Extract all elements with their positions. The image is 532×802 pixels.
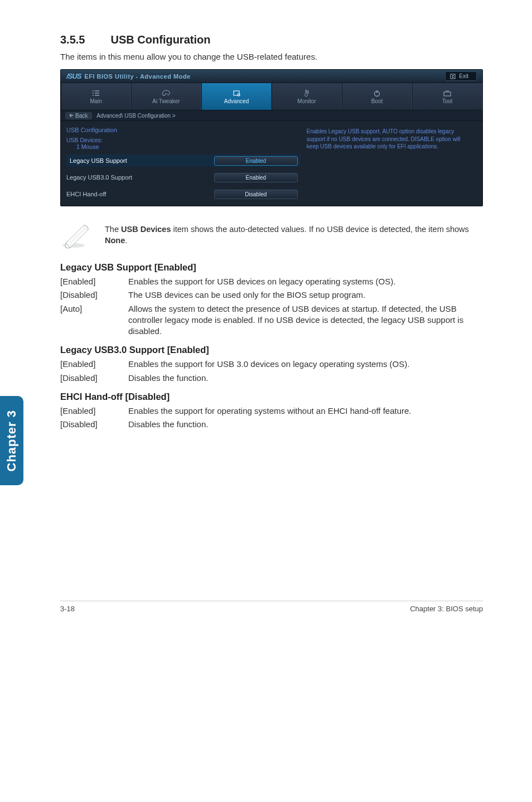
tab-monitor-label: Monitor xyxy=(297,98,316,104)
chip-icon xyxy=(231,89,241,97)
tab-ai-label: Ai Tweaker xyxy=(152,98,180,104)
tab-advanced-label: Advanced xyxy=(224,98,249,104)
tab-monitor[interactable]: Monitor xyxy=(272,83,342,110)
exit-icon xyxy=(450,74,456,79)
svg-rect-4 xyxy=(444,92,451,96)
opt-val: Disables the function. xyxy=(128,373,483,384)
usb-devices-block: USB Devices: 1 Mouse xyxy=(66,137,300,150)
section-heading: 3.5.5 USB Configuration xyxy=(60,33,483,46)
opt-legacy-enabled: [Enabled] Enables the support for USB de… xyxy=(60,276,483,287)
section-number: 3.5.5 xyxy=(60,33,108,46)
tab-main-label: Main xyxy=(90,98,102,104)
opt-key: [Disabled] xyxy=(60,373,128,384)
row-legacy-usb-value[interactable]: Enabled xyxy=(214,156,298,166)
page-number: 3-18 xyxy=(60,605,75,613)
note-bold1: USB Devices xyxy=(121,225,171,234)
row-legacy-usb30-label: Legacy USB3.0 Support xyxy=(66,174,214,181)
opt-val: The USB devices can be used only for the… xyxy=(128,289,483,301)
back-arrow-icon xyxy=(69,113,73,118)
thermometer-icon xyxy=(302,89,312,97)
row-ehci-value[interactable]: Disabled xyxy=(214,190,298,199)
intro-text: The items in this menu allow you to chan… xyxy=(60,52,483,61)
bios-panel: /SUS EFI BIOS Utility - Advanced Mode Ex… xyxy=(60,69,483,206)
palette-icon xyxy=(161,89,171,97)
footer-chapter: Chapter 3: BIOS setup xyxy=(410,605,483,613)
row-ehci-label: EHCI Hand-off xyxy=(66,191,214,197)
exit-button[interactable]: Exit xyxy=(445,71,477,81)
opt-val: Enables the support for operating system… xyxy=(128,405,483,417)
note-block: The USB Devices item shows the auto-dete… xyxy=(60,222,483,251)
back-button[interactable]: Back xyxy=(65,112,92,119)
tab-boot[interactable]: Boot xyxy=(342,83,412,110)
asus-logo: /SUS xyxy=(66,72,81,80)
opt-val: Enables the support for USB 3.0 devices … xyxy=(128,359,483,370)
opt-val: Allows the system to detect the presence… xyxy=(128,303,483,337)
tab-tool-label: Tool xyxy=(442,98,452,104)
heading-legacy-usb: Legacy USB Support [Enabled] xyxy=(60,262,483,273)
opt-legacy-disabled: [Disabled] The USB devices can be used o… xyxy=(60,289,483,301)
note-bold2: None xyxy=(105,236,125,245)
tab-ai-tweaker[interactable]: Ai Tweaker xyxy=(131,83,201,110)
heading-ehci: EHCI Hand-off [Disabled] xyxy=(60,392,483,402)
config-heading: USB Configuration xyxy=(66,127,300,133)
row-legacy-usb-label: Legacy USB Support xyxy=(66,157,214,164)
breadcrumb-path: Advanced\ USB Configuration > xyxy=(96,113,175,119)
opt-legacy-auto: [Auto] Allows the system to detect the p… xyxy=(60,303,483,337)
note-pen-icon xyxy=(60,222,91,251)
note-pre: The xyxy=(105,225,121,234)
page-footer: 3-18 Chapter 3: BIOS setup xyxy=(60,601,483,613)
bios-settings-pane: USB Configuration USB Devices: 1 Mouse L… xyxy=(66,127,300,200)
bios-title-text: EFI BIOS Utility - Advanced Mode xyxy=(84,73,190,80)
opt-key: [Enabled] xyxy=(60,359,128,370)
opt-key: [Disabled] xyxy=(60,289,128,301)
row-ehci-handoff[interactable]: EHCI Hand-off Disabled xyxy=(66,188,300,200)
power-icon xyxy=(372,89,382,97)
opt-key: [Disabled] xyxy=(60,419,128,430)
usb-devices-value: 1 Mouse xyxy=(76,143,300,150)
list-icon xyxy=(91,89,101,97)
opt-legacy30-enabled: [Enabled] Enables the support for USB 3.… xyxy=(60,359,483,370)
row-legacy-usb[interactable]: Legacy USB Support Enabled xyxy=(66,154,300,167)
back-label: Back xyxy=(75,113,88,119)
opt-val: Enables the support for USB devices on l… xyxy=(128,276,483,287)
note-text: The USB Devices item shows the auto-dete… xyxy=(105,222,483,246)
exit-label: Exit xyxy=(459,73,468,79)
opt-val: Disables the function. xyxy=(128,419,483,430)
opt-ehci-disabled: [Disabled] Disables the function. xyxy=(60,419,483,430)
opt-key: [Enabled] xyxy=(60,405,128,417)
bios-titlebar: /SUS EFI BIOS Utility - Advanced Mode Ex… xyxy=(61,70,482,83)
row-legacy-usb30[interactable]: Legacy USB3.0 Support Enabled xyxy=(66,171,300,183)
tab-main[interactable]: Main xyxy=(61,83,131,110)
note-post: . xyxy=(125,236,127,245)
side-chapter-label: Chapter 3 xyxy=(4,410,19,471)
side-chapter-tab: Chapter 3 xyxy=(0,396,23,485)
breadcrumb: Back Advanced\ USB Configuration > xyxy=(61,110,482,121)
opt-ehci-enabled: [Enabled] Enables the support for operat… xyxy=(60,405,483,417)
tab-tool[interactable]: Tool xyxy=(412,83,482,110)
opt-key: [Auto] xyxy=(60,303,128,337)
toolbox-icon xyxy=(442,89,452,97)
note-mid: item shows the auto-detected values. If … xyxy=(171,225,468,234)
row-legacy-usb30-value[interactable]: Enabled xyxy=(214,173,298,182)
section-title: USB Configuration xyxy=(111,33,211,46)
tab-advanced[interactable]: Advanced xyxy=(201,83,272,110)
bios-help-text: Enables Legacy USB support. AUTO option … xyxy=(307,128,461,149)
bios-tabs: Main Ai Tweaker Advanced Monitor xyxy=(61,83,482,110)
opt-legacy30-disabled: [Disabled] Disables the function. xyxy=(60,373,483,384)
usb-devices-label: USB Devices: xyxy=(66,137,103,143)
opt-key: [Enabled] xyxy=(60,276,128,287)
bios-logo-area: /SUS EFI BIOS Utility - Advanced Mode xyxy=(66,72,191,80)
tab-boot-label: Boot xyxy=(371,98,383,104)
heading-legacy-usb30: Legacy USB3.0 Support [Enabled] xyxy=(60,345,483,355)
bios-help-pane: Enables Legacy USB support. AUTO option … xyxy=(306,127,477,200)
